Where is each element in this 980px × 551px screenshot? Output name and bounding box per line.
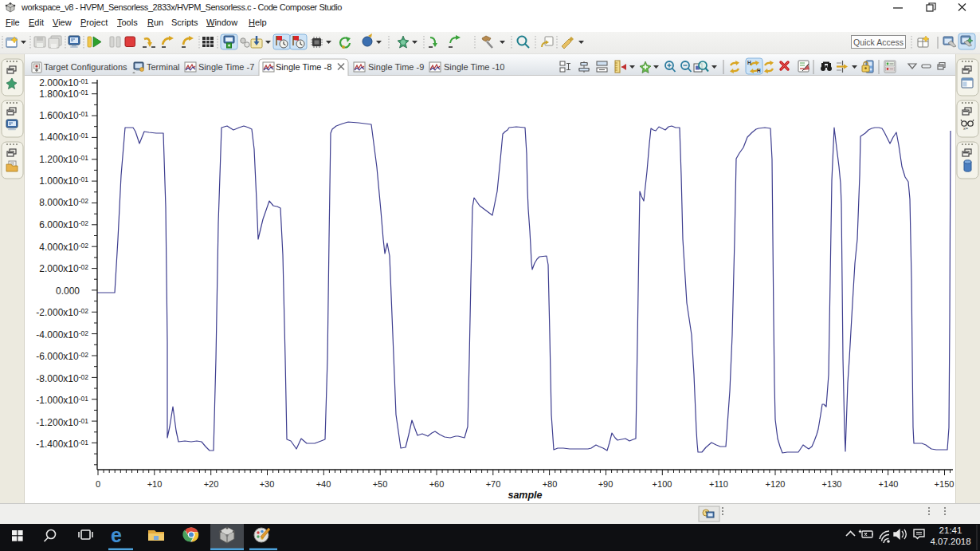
svg-text:21:41: 21:41 (939, 525, 962, 535)
svg-text:4.07.2018: 4.07.2018 (930, 537, 970, 546)
svg-text:e: e (111, 524, 122, 546)
